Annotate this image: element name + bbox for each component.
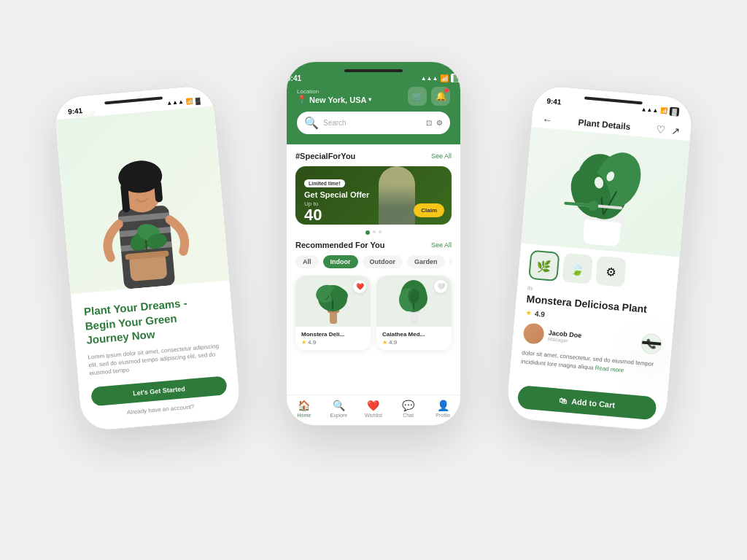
location-label: Location: [297, 88, 371, 95]
manager-info: Jacob Doe Manager: [522, 322, 582, 348]
location-info: Location 📍 New York, USA ▾: [297, 88, 371, 104]
recommended-title: Recommended For You: [295, 241, 384, 249]
plant-card-1[interactable]: ❤️ Monstera Deli... ★ 4.9: [295, 276, 371, 350]
chevron-icon: ▾: [368, 96, 371, 103]
battery-icon-c: ▓: [451, 74, 460, 82]
search-placeholder: Search: [323, 119, 422, 127]
plant-card-2[interactable]: 🤍 Calathea Med... ★ 4.9: [376, 276, 452, 350]
plant-info-1: Monstera Deli... ★ 4.9: [295, 327, 371, 350]
manager-avatar: [522, 322, 544, 344]
recommended-header: Recommended For You See All: [295, 241, 452, 249]
read-more-link[interactable]: Read more: [595, 365, 624, 373]
promo-banner: Limited time! Get Special Offer Up to 40…: [295, 166, 452, 225]
star-icon-1: ★: [301, 339, 306, 346]
plant-detail-image: [521, 127, 689, 257]
nav-wishlist-label: Wishlist: [365, 413, 382, 418]
recommended-see-all[interactable]: See All: [431, 241, 452, 249]
header-icons: 🛒 🔔: [408, 87, 450, 106]
special-section-header: #SpecialForYou See All: [295, 152, 452, 160]
home-icon: 🏠: [298, 400, 310, 411]
get-started-button[interactable]: Let's Get Started: [90, 376, 228, 406]
location-row: Location 📍 New York, USA ▾ 🛒 🔔: [297, 87, 450, 106]
thumb-1[interactable]: 🌿: [528, 250, 560, 281]
plant-image-2: 🤍: [376, 276, 452, 327]
notification-button[interactable]: 🔔: [431, 87, 450, 106]
tab-outdoor[interactable]: Outdoor: [363, 255, 403, 268]
home-body: #SpecialForYou See All Limited time! Get…: [287, 144, 460, 357]
plant-name-2: Calathea Med...: [382, 331, 446, 338]
banner-person-illustration: [379, 166, 415, 225]
tab-indoor[interactable]: Indoor: [323, 255, 358, 268]
rating-value: 4.9: [535, 310, 546, 319]
battery-icon: ▓: [195, 96, 200, 104]
claim-button[interactable]: Claim: [414, 203, 444, 217]
cart-button[interactable]: 🛒: [408, 87, 427, 106]
plant-image-1: ❤️: [295, 276, 371, 327]
special-see-all[interactable]: See All: [431, 152, 452, 160]
favorite-button[interactable]: ♡: [656, 123, 666, 136]
dot-1: [365, 230, 370, 235]
detail-body: ils Monstera Deliciosa Plant ★ 4.9 Jacob…: [511, 284, 676, 379]
nav-chat[interactable]: 💬 Chat: [391, 400, 426, 418]
add-to-cart-button[interactable]: 🛍 Add to Cart: [517, 385, 657, 420]
location-value: 📍 New York, USA ▾: [297, 95, 371, 104]
plant-info-2: Calathea Med... ★ 4.9: [376, 327, 452, 350]
scan-icon: ⊡: [426, 119, 432, 127]
status-icons-center: ▲▲▲ 📶 ▓: [421, 74, 460, 82]
signal-icon-r: ▲▲▲: [640, 106, 658, 114]
page-title: Plant Details: [578, 117, 631, 132]
status-time-right: 9:41: [546, 96, 562, 106]
phone-home: 9:41 ▲▲▲ 📶 ▓ Location 📍 New York, USA ▾: [286, 61, 461, 426]
banner-title: Get Special Offer: [304, 190, 443, 199]
wishlist-icon: ❤️: [367, 400, 379, 411]
hero-area: [55, 106, 229, 294]
tab-more[interactable]: C...: [449, 255, 452, 268]
rating-star-icon: ★: [525, 308, 533, 317]
category-tabs: All Indoor Outdoor Garden C...: [295, 255, 452, 268]
special-title: #SpecialForYou: [295, 152, 355, 160]
headline-text: Plant Your Dreams - Begin Your Green Jou…: [83, 293, 222, 347]
onboarding-content: Plant Your Dreams - Begin Your Green Jou…: [71, 280, 241, 431]
explore-icon: 🔍: [333, 400, 345, 411]
nav-profile[interactable]: 👤 Profile: [425, 400, 460, 418]
wifi-icon-c: 📶: [440, 74, 449, 82]
hero-illustration: [77, 115, 208, 292]
back-button[interactable]: ←: [542, 113, 553, 125]
plant-cards-row: ❤️ Monstera Deli... ★ 4.9: [295, 276, 452, 350]
phone-onboarding: 🌿 🌱 🍃 9:41 ▲▲▲ 📶 ▓: [53, 84, 241, 432]
pin-icon: 📍: [297, 95, 307, 104]
nav-home-label: Home: [297, 413, 311, 418]
cart-icon: 🛒: [412, 91, 423, 101]
wishlist-btn-2[interactable]: 🤍: [434, 280, 447, 293]
plant-name-1: Monstera Deli...: [301, 331, 365, 338]
nav-explore[interactable]: 🔍 Explore: [322, 400, 357, 418]
carousel-dots: [295, 230, 452, 235]
plant-rating-1: ★ 4.9: [301, 339, 365, 346]
tab-garden[interactable]: Garden: [407, 255, 445, 268]
phone-detail: 9:41 ▲▲▲ 📶 ▓ ← Plant Details ♡ ↗: [505, 84, 694, 432]
calathea-image: [394, 278, 434, 325]
share-button[interactable]: ↗: [671, 125, 681, 137]
star-icon-2: ★: [382, 339, 387, 346]
tab-all[interactable]: All: [295, 255, 319, 268]
signal-icon: ▲▲▲: [166, 98, 184, 106]
contact-buttons: 💬 📞: [640, 332, 662, 354]
search-icon: 🔍: [304, 116, 319, 130]
dot-3: [379, 230, 382, 233]
signal-icon-c: ▲▲▲: [421, 75, 438, 82]
bottom-navigation: 🏠 Home 🔍 Explore ❤️ Wishlist 💬 Chat 👤 Pr…: [287, 394, 460, 425]
detail-action-buttons: ♡ ↗: [656, 123, 681, 137]
nav-home[interactable]: 🏠 Home: [287, 400, 322, 418]
thumb-3[interactable]: ⚙: [595, 256, 627, 287]
nav-wishlist[interactable]: ❤️ Wishlist: [356, 400, 391, 418]
phone-contact-button[interactable]: 📞: [640, 332, 662, 354]
status-icons-right: ▲▲▲ 📶 ▓: [640, 104, 679, 117]
thumb-2[interactable]: 🍃: [562, 253, 593, 284]
monstera-detail-svg: [549, 131, 661, 253]
home-header: 9:41 ▲▲▲ 📶 ▓ Location 📍 New York, USA ▾: [287, 62, 460, 144]
wifi-icon-r: 📶: [660, 107, 668, 114]
wishlist-btn-1[interactable]: ❤️: [353, 280, 366, 293]
subtext: Lorem ipsum dolor sit amet, consectetur …: [88, 341, 225, 378]
app-scene: 🌿 🌱 🍃 9:41 ▲▲▲ 📶 ▓: [45, 32, 702, 528]
search-bar[interactable]: 🔍 Search ⊡ ⚙: [297, 112, 450, 134]
